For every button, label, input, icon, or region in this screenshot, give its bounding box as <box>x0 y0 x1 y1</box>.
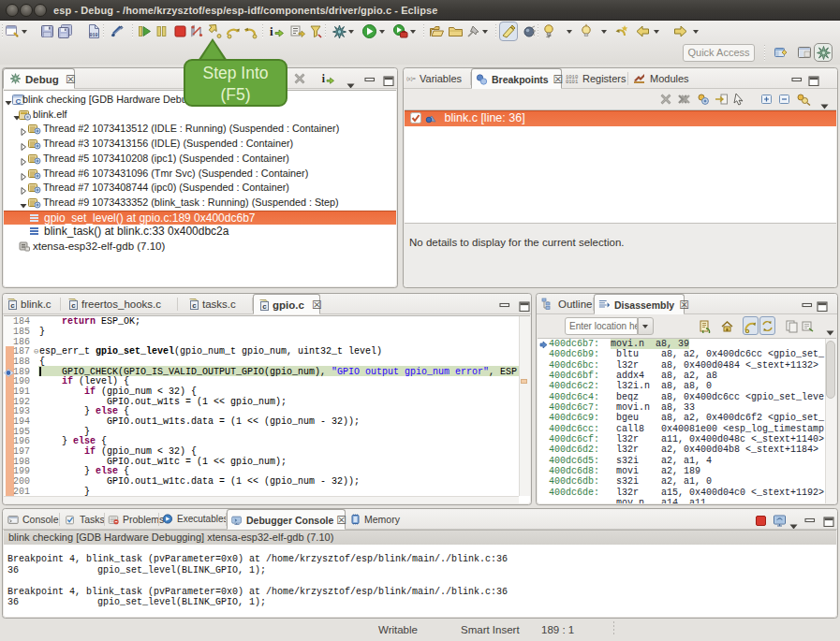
svg-text:(x)=: (x)= <box>406 76 416 81</box>
svg-text:c: c <box>71 301 76 310</box>
svg-text:c: c <box>10 301 15 310</box>
svg-text:010: 010 <box>89 33 97 38</box>
svg-text:c: c <box>192 301 197 310</box>
svg-text:i: i <box>270 24 273 38</box>
svg-text:c: c <box>262 302 267 311</box>
svg-text:C: C <box>16 97 22 106</box>
svg-text:i: i <box>322 73 326 84</box>
svg-text:0101: 0101 <box>566 79 579 84</box>
